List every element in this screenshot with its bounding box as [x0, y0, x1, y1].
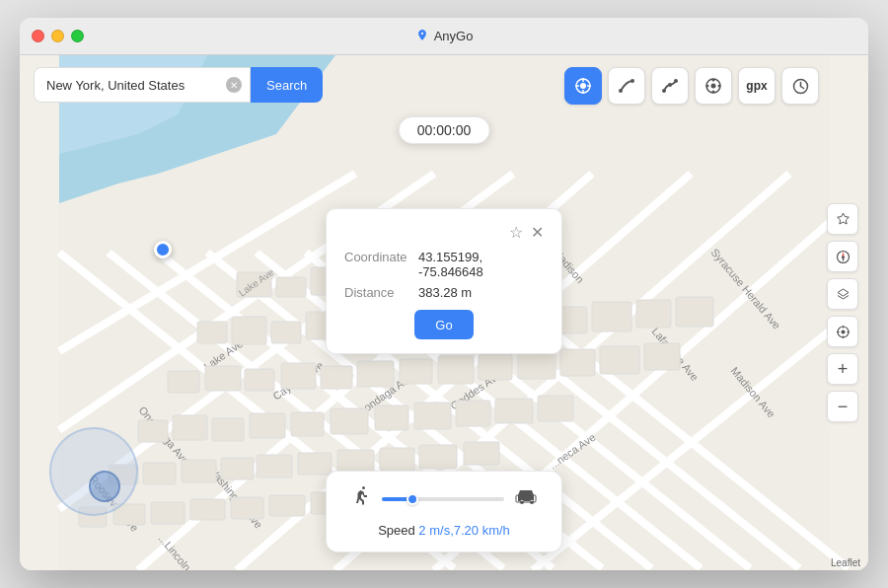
close-button[interactable] [32, 30, 44, 42]
coordinate-label: Coordinate [344, 250, 418, 279]
svg-rect-53 [245, 369, 274, 391]
svg-rect-67 [250, 413, 285, 438]
svg-rect-89 [231, 497, 263, 519]
svg-rect-72 [456, 401, 490, 426]
svg-point-103 [674, 79, 678, 83]
search-input[interactable] [46, 78, 226, 93]
svg-rect-49 [636, 300, 671, 328]
search-clear-button[interactable]: ✕ [226, 77, 242, 93]
svg-rect-61 [560, 349, 595, 376]
svg-rect-48 [592, 302, 631, 331]
bookmark-button[interactable] [827, 203, 858, 235]
svg-point-101 [662, 89, 666, 93]
joystick-inner [89, 471, 120, 502]
svg-rect-83 [419, 445, 457, 469]
compass-button[interactable] [827, 241, 858, 272]
svg-rect-82 [380, 448, 414, 471]
crosshair-icon [574, 77, 592, 95]
svg-rect-63 [644, 343, 680, 370]
titlebar: AnyGo [20, 18, 868, 55]
svg-rect-65 [173, 415, 207, 440]
clock-icon [792, 78, 809, 95]
svg-rect-77 [182, 460, 216, 482]
svg-rect-57 [400, 359, 432, 384]
svg-point-108 [706, 85, 709, 88]
location-button[interactable] [827, 316, 858, 347]
svg-point-109 [718, 85, 721, 88]
svg-rect-55 [321, 366, 352, 389]
go-button[interactable]: Go [414, 310, 474, 339]
svg-rect-64 [138, 420, 168, 442]
svg-rect-51 [168, 371, 199, 393]
multi-route-button[interactable] [651, 67, 689, 105]
svg-rect-74 [538, 396, 573, 421]
maximize-button[interactable] [71, 30, 84, 42]
location-popup: ☆ ✕ Coordinate 43.155199, -75.846648 Dis… [326, 208, 562, 354]
zoom-out-button[interactable]: − [827, 391, 858, 422]
single-route-button[interactable] [608, 67, 645, 105]
timer-badge: 00:00:00 [399, 116, 490, 144]
svg-rect-38 [197, 322, 227, 343]
svg-rect-54 [281, 363, 316, 389]
popup-close-button[interactable]: ✕ [531, 223, 544, 242]
svg-rect-78 [221, 458, 254, 479]
map-area[interactable]: Lake Ave Cayuga Ave Onondaga Ave Geddes … [20, 55, 868, 570]
sidebar-right: + − [827, 203, 858, 422]
svg-line-112 [800, 86, 803, 88]
coordinate-value: 43.155199, -75.846648 [418, 250, 544, 279]
joystick-control[interactable] [49, 427, 138, 516]
popup-distance-row: Distance 383.28 m [344, 285, 544, 300]
svg-rect-71 [414, 403, 451, 429]
speed-value: 2 m/s,7.20 km/h [418, 523, 509, 538]
popup-favorite-button[interactable]: ☆ [509, 223, 523, 242]
svg-rect-56 [357, 361, 394, 387]
route-icon [618, 77, 635, 95]
svg-rect-52 [205, 366, 241, 391]
layers-button[interactable] [827, 278, 858, 310]
svg-point-100 [630, 79, 634, 83]
title-text: AnyGo [434, 29, 474, 43]
layers-icon [836, 287, 851, 302]
speed-slider-thumb [407, 493, 418, 505]
svg-rect-69 [331, 408, 368, 434]
svg-rect-70 [375, 405, 408, 430]
svg-rect-73 [495, 399, 533, 423]
minimize-button[interactable] [51, 30, 64, 42]
svg-point-102 [668, 83, 672, 87]
popup-coordinate-row: Coordinate 43.155199, -75.846648 [344, 250, 544, 279]
svg-rect-84 [464, 442, 499, 465]
svg-point-99 [619, 89, 623, 93]
multi-route-icon [661, 77, 679, 95]
speed-label: Speed 2 m/s,7.20 km/h [350, 523, 538, 538]
speed-slider-track[interactable] [382, 497, 504, 501]
compass-icon [836, 250, 851, 264]
teleport-button[interactable] [564, 67, 602, 105]
svg-point-94 [580, 83, 586, 89]
joystick-icon [704, 77, 722, 95]
svg-rect-60 [518, 351, 555, 379]
svg-rect-87 [151, 502, 185, 524]
zoom-in-button[interactable]: + [827, 353, 858, 385]
svg-rect-66 [212, 418, 244, 441]
svg-rect-62 [600, 346, 639, 374]
svg-rect-50 [676, 297, 713, 327]
svg-rect-90 [269, 495, 305, 516]
svg-point-107 [712, 91, 715, 94]
walk-icon [350, 485, 372, 513]
gpx-label: gpx [746, 79, 767, 93]
car-icon [514, 485, 538, 513]
search-button[interactable]: Search [251, 67, 323, 103]
history-button[interactable] [781, 67, 819, 105]
joystick-button[interactable] [695, 67, 732, 105]
plus-icon: + [838, 359, 849, 380]
joystick-outer [49, 427, 138, 516]
speed-modes [350, 485, 538, 513]
gpx-button[interactable]: gpx [738, 67, 776, 105]
svg-point-106 [712, 79, 715, 82]
svg-rect-88 [190, 499, 225, 520]
svg-point-120 [841, 330, 845, 333]
toolbar-right: gpx [564, 67, 819, 105]
star-icon [836, 212, 851, 227]
location-icon [836, 325, 851, 339]
svg-rect-40 [271, 322, 301, 343]
